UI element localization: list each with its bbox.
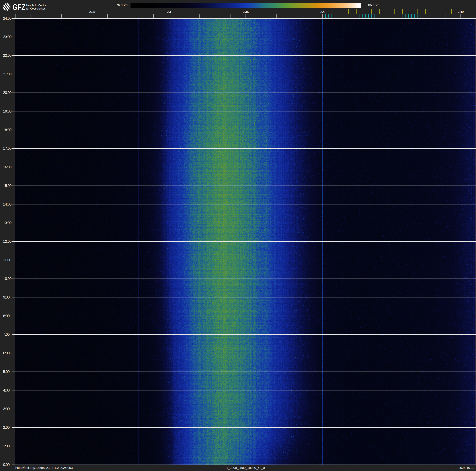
svg-text:for Geosciences: for Geosciences (26, 7, 46, 10)
svg-text:Helmholtz Centre: Helmholtz Centre (26, 4, 46, 7)
svg-text:GFZ: GFZ (12, 3, 25, 12)
